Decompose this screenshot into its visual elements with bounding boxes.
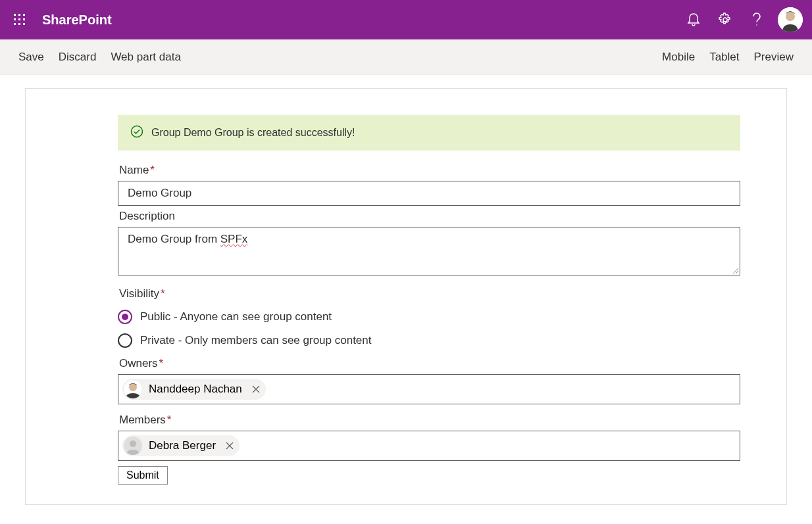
owners-label: Owners* [119, 357, 740, 370]
checkmark-circle-icon [130, 125, 143, 141]
submit-button[interactable]: Submit [118, 466, 168, 485]
svg-point-9 [723, 18, 727, 22]
success-message-text: Group Demo Group is created successfully… [151, 127, 355, 139]
required-marker: * [167, 414, 172, 426]
svg-point-10 [756, 24, 757, 26]
svg-rect-5 [23, 18, 25, 20]
radio-icon [118, 310, 132, 324]
app-title[interactable]: SharePoint [42, 12, 112, 28]
chip-label: Nanddeep Nachan [149, 383, 242, 396]
visibility-option-private[interactable]: Private - Only members can see group con… [118, 333, 740, 348]
people-chip: Debra Berger [122, 435, 240, 456]
visibility-label: Visibility* [119, 287, 740, 300]
svg-point-15 [129, 383, 137, 391]
required-marker: * [161, 287, 165, 300]
save-button[interactable]: Save [18, 51, 44, 64]
owners-picker[interactable]: Nanddeep Nachan [118, 374, 740, 404]
svg-point-13 [132, 126, 143, 137]
tablet-view-button[interactable]: Tablet [709, 51, 739, 64]
people-chip: Nanddeep Nachan [122, 379, 266, 400]
svg-rect-1 [18, 14, 20, 16]
required-marker: * [159, 357, 164, 369]
radio-icon [118, 333, 132, 348]
members-picker[interactable]: Debra Berger [118, 431, 740, 461]
suite-header: SharePoint [0, 0, 812, 39]
person-placeholder-icon [124, 437, 142, 455]
svg-rect-3 [14, 18, 16, 20]
preview-button[interactable]: Preview [754, 51, 794, 64]
mobile-view-button[interactable]: Mobile [662, 51, 695, 64]
spellcheck-word: SPFx [220, 233, 248, 245]
description-input[interactable]: Demo Group from SPFx [118, 227, 740, 275]
settings-icon[interactable] [709, 4, 741, 36]
remove-chip-icon[interactable] [222, 439, 237, 453]
help-icon[interactable] [741, 4, 773, 36]
svg-point-12 [786, 12, 795, 21]
user-avatar[interactable] [778, 7, 803, 32]
command-bar: Save Discard Web part data Mobile Tablet… [0, 39, 812, 75]
webpart-card: Group Demo Group is created successfully… [25, 88, 787, 505]
app-launcher-icon[interactable] [9, 9, 30, 30]
canvas: Group Demo Group is created successfully… [0, 75, 812, 518]
name-label: Name* [119, 164, 740, 177]
svg-point-17 [130, 441, 136, 447]
svg-rect-4 [18, 18, 20, 20]
members-label: Members* [119, 414, 740, 427]
resize-handle-icon[interactable] [732, 268, 739, 274]
chip-label: Debra Berger [149, 439, 216, 452]
svg-rect-2 [23, 14, 25, 16]
svg-rect-7 [18, 23, 20, 25]
svg-rect-0 [14, 14, 16, 16]
success-message-bar: Group Demo Group is created successfully… [118, 115, 740, 151]
person-avatar-icon [124, 380, 142, 398]
webpart-data-button[interactable]: Web part data [111, 51, 180, 64]
svg-rect-8 [23, 23, 25, 25]
required-marker: * [150, 164, 155, 176]
notifications-icon[interactable] [678, 4, 709, 36]
svg-rect-6 [14, 23, 16, 25]
description-label: Description [119, 210, 740, 223]
remove-chip-icon[interactable] [249, 382, 263, 396]
discard-button[interactable]: Discard [59, 51, 97, 64]
name-input[interactable] [118, 181, 740, 206]
visibility-option-public[interactable]: Public - Anyone can see group content [118, 310, 740, 324]
